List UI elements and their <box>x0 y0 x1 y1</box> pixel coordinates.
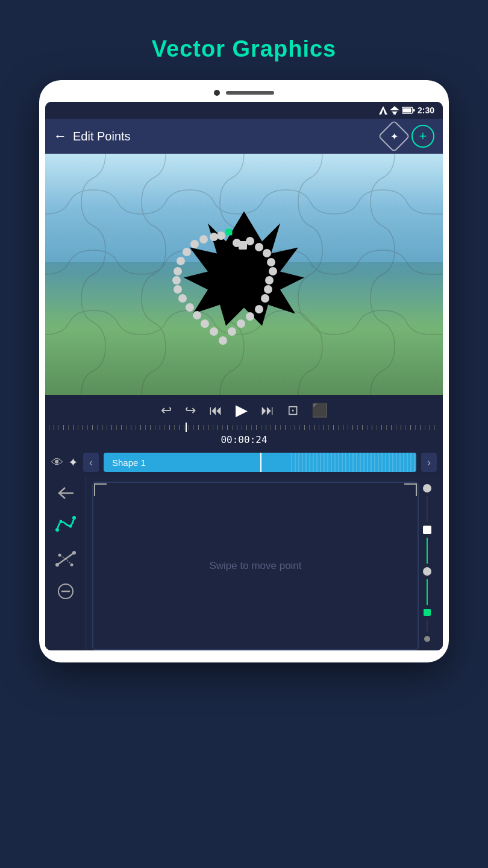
cp26[interactable] <box>190 240 199 248</box>
cp3[interactable] <box>246 237 254 245</box>
header-right: ✦ + <box>383 125 434 148</box>
camera-dot <box>214 90 220 96</box>
cp16[interactable] <box>210 327 218 336</box>
undo-button[interactable]: ↩ <box>161 403 172 418</box>
corner-icon <box>55 548 77 570</box>
swipe-area[interactable]: Swipe to move point <box>92 482 419 650</box>
tool-back-button[interactable] <box>58 486 74 500</box>
svg-point-11 <box>55 528 59 532</box>
status-bar: 2:30 <box>45 102 443 119</box>
corner-tool[interactable] <box>55 548 77 570</box>
editable-shape <box>184 206 304 338</box>
keyframe-timeline <box>420 476 434 650</box>
app-header: ← Edit Points ✦ + <box>45 119 443 154</box>
diamond-button[interactable]: ✦ <box>378 120 410 153</box>
corner-bracket-tr <box>399 483 418 501</box>
back-arrow-icon <box>58 486 74 500</box>
keyframe-dot-top[interactable] <box>423 484 431 492</box>
cp29[interactable] <box>217 231 225 240</box>
cp9[interactable] <box>264 285 272 294</box>
swipe-hint-text: Swipe to move point <box>209 560 301 572</box>
phone-screen: 2:30 ← Edit Points ✦ + <box>45 102 443 650</box>
cp24[interactable] <box>177 257 185 265</box>
cp20[interactable] <box>178 294 187 303</box>
timecode-bar: 00:00:24 <box>45 433 443 449</box>
skip-end-button[interactable]: ⏭ <box>261 403 274 418</box>
cp11[interactable] <box>255 305 263 313</box>
keyframe-dot-last[interactable] <box>424 636 430 642</box>
ruler-line <box>49 425 439 430</box>
svg-marker-2 <box>390 106 399 110</box>
keyframe-dot-bottom-green[interactable] <box>424 609 431 616</box>
bookmark-button[interactable]: ⬛ <box>311 403 328 418</box>
loop-button[interactable]: ⊡ <box>287 403 298 418</box>
puzzle-icon[interactable]: ✦ <box>68 455 78 470</box>
time-display: 2:30 <box>418 105 434 115</box>
tools-column <box>45 476 86 650</box>
cp10[interactable] <box>261 294 269 303</box>
play-button[interactable]: ▶ <box>236 401 248 420</box>
playhead-indicator <box>186 423 187 432</box>
smooth-curve-icon <box>55 513 77 535</box>
cp27[interactable] <box>199 235 208 244</box>
svg-point-12 <box>72 516 76 520</box>
screen-title: Edit Points <box>73 130 131 143</box>
add-point-button[interactable]: + <box>411 125 434 148</box>
cp23[interactable] <box>174 267 182 275</box>
track-row: 👁 ✦ ‹ Shape 1 › <box>45 449 443 476</box>
track-block-label: Shape 1 <box>112 458 146 468</box>
cp14[interactable] <box>228 327 236 336</box>
canvas-area <box>45 154 443 395</box>
track-next-button[interactable]: › <box>421 453 437 472</box>
header-left: ← Edit Points <box>54 128 131 144</box>
delete-point-button[interactable] <box>57 583 74 600</box>
cp19[interactable] <box>186 303 194 312</box>
bottom-panel: Swipe to move point <box>45 476 443 650</box>
cp6[interactable] <box>267 258 275 266</box>
svg-point-17 <box>55 563 59 567</box>
keyframe-dot-middle[interactable] <box>423 567 431 576</box>
cp7[interactable] <box>269 267 277 275</box>
control-point-top-green[interactable] <box>226 229 233 236</box>
speaker-bar <box>226 91 274 95</box>
right-panel: Swipe to move point <box>86 476 443 650</box>
phone-frame: 2:30 ← Edit Points ✦ + <box>39 80 449 662</box>
svg-rect-7 <box>402 108 411 113</box>
track-prev-button[interactable]: ‹ <box>83 453 99 472</box>
redo-button[interactable]: ↪ <box>185 403 196 418</box>
puzzle-background <box>45 154 443 395</box>
cp18[interactable] <box>193 311 201 319</box>
timeline-ruler[interactable] <box>45 422 443 433</box>
keyframe-square[interactable] <box>423 526 431 534</box>
eye-icon[interactable]: 👁 <box>51 456 63 470</box>
signal-icon <box>379 106 387 115</box>
svg-rect-6 <box>413 109 414 112</box>
cp5[interactable] <box>263 249 271 257</box>
wifi-icon <box>390 106 399 115</box>
cp25[interactable] <box>183 248 191 256</box>
smooth-curve-tool[interactable] <box>55 513 77 535</box>
shape-track-block[interactable]: Shape 1 <box>104 453 416 472</box>
svg-point-13 <box>59 520 62 523</box>
cp4[interactable] <box>255 243 263 251</box>
svg-point-20 <box>70 564 73 567</box>
cp21[interactable] <box>174 285 182 294</box>
cp13[interactable] <box>237 319 245 328</box>
cp8[interactable] <box>265 276 274 285</box>
svg-point-19 <box>58 554 61 557</box>
corner-bracket-tl <box>93 483 111 501</box>
svg-point-14 <box>69 525 72 528</box>
page-title: Vector Graphics <box>152 36 336 62</box>
battery-icon <box>402 107 415 114</box>
cp15[interactable] <box>219 336 227 345</box>
cp17[interactable] <box>201 319 209 328</box>
track-playhead <box>260 453 261 472</box>
cp12[interactable] <box>246 312 254 321</box>
phone-top-bar <box>45 90 443 96</box>
svg-point-18 <box>72 551 76 555</box>
skip-start-button[interactable]: ⏮ <box>209 403 222 418</box>
minus-circle-icon <box>57 583 74 600</box>
cp22[interactable] <box>172 276 181 285</box>
timecode-display: 00:00:24 <box>221 434 267 445</box>
back-button[interactable]: ← <box>54 128 67 144</box>
